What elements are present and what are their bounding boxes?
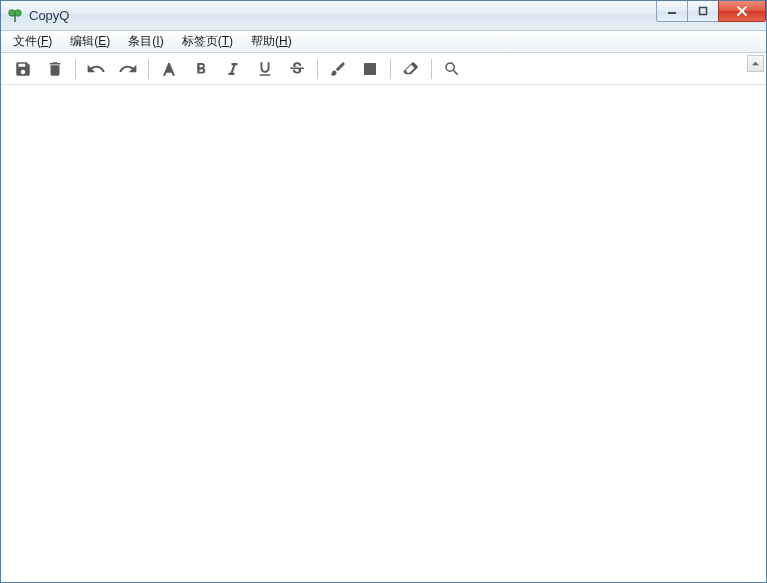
- undo-button[interactable]: [82, 56, 110, 82]
- toolbar-separator: [75, 59, 76, 79]
- delete-button[interactable]: [41, 56, 69, 82]
- app-icon: [7, 8, 23, 24]
- background-color-button[interactable]: [356, 56, 384, 82]
- app-window: CopyQ 文件(F) 编辑(E) 条目(I) 标签页(T) 帮助(H): [0, 0, 767, 583]
- menu-item[interactable]: 条目(I): [120, 31, 171, 52]
- window-title: CopyQ: [29, 8, 69, 23]
- minimize-button[interactable]: [656, 1, 688, 22]
- editor-area[interactable]: [1, 85, 766, 582]
- svg-rect-4: [700, 8, 707, 15]
- close-button[interactable]: [718, 1, 766, 22]
- save-button[interactable]: [9, 56, 37, 82]
- scroll-up-button[interactable]: [747, 55, 764, 72]
- menu-file[interactable]: 文件(F): [5, 31, 60, 52]
- search-button[interactable]: [438, 56, 466, 82]
- svg-rect-3: [668, 12, 676, 14]
- menu-tabs[interactable]: 标签页(T): [174, 31, 241, 52]
- strikethrough-button[interactable]: [283, 56, 311, 82]
- menubar: 文件(F) 编辑(E) 条目(I) 标签页(T) 帮助(H): [1, 31, 766, 53]
- window-controls: [657, 1, 766, 23]
- toolbar-separator: [317, 59, 318, 79]
- foreground-color-button[interactable]: [324, 56, 352, 82]
- italic-button[interactable]: [219, 56, 247, 82]
- titlebar[interactable]: CopyQ: [1, 1, 766, 31]
- underline-button[interactable]: [251, 56, 279, 82]
- menu-help[interactable]: 帮助(H): [243, 31, 300, 52]
- svg-rect-2: [14, 15, 16, 22]
- menu-edit[interactable]: 编辑(E): [62, 31, 118, 52]
- font-button[interactable]: [155, 56, 183, 82]
- toolbar-separator: [390, 59, 391, 79]
- svg-rect-5: [364, 63, 376, 75]
- editor-canvas[interactable]: [1, 85, 766, 582]
- toolbar-separator: [431, 59, 432, 79]
- eraser-button[interactable]: [397, 56, 425, 82]
- toolbar-separator: [148, 59, 149, 79]
- redo-button[interactable]: [114, 56, 142, 82]
- maximize-button[interactable]: [687, 1, 719, 22]
- toolbar: [1, 53, 766, 85]
- bold-button[interactable]: [187, 56, 215, 82]
